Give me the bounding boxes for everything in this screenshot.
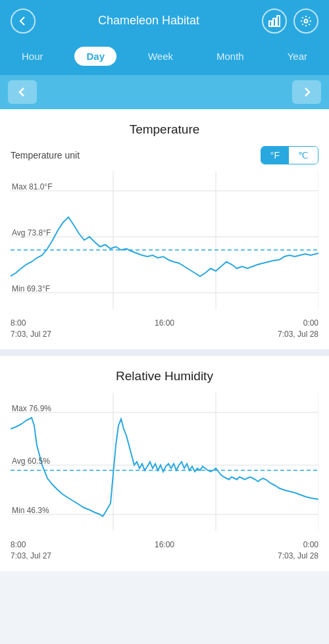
next-button[interactable] [292,80,321,104]
svg-rect-0 [269,21,272,26]
unit-label: Temperature unit [11,150,80,161]
temperature-title: Temperature [11,122,318,137]
temperature-chart: Max 81.0°F Avg 73.8°F Min 69.3°F [11,171,318,316]
unit-celsius[interactable]: ℃ [289,147,318,164]
tab-year[interactable]: Year [276,47,319,66]
temp-date-row: 7:03, Jul 27 7:03, Jul 28 [11,330,318,339]
svg-rect-1 [273,18,276,26]
back-button[interactable] [11,9,36,34]
temp-x-label-2: 16:00 [155,318,174,328]
temp-x-labels: 8:00 16:00 0:00 [11,318,318,328]
nav-arrows [0,75,329,109]
page-title: Chameleon Habitat [98,14,199,28]
prev-button[interactable] [8,80,37,104]
hum-date-start: 7:03, Jul 27 [11,551,51,560]
tab-hour[interactable]: Hour [10,47,55,66]
settings-button[interactable] [293,9,318,34]
header: Chameleon Habitat [0,0,329,41]
header-actions [262,9,318,34]
svg-text:Max 81.0°F: Max 81.0°F [12,182,53,191]
svg-text:Avg 73.8°F: Avg 73.8°F [12,228,51,237]
svg-rect-2 [277,16,280,26]
unit-toggle: °F ℃ [261,146,318,164]
humidity-svg: Max 76.9% Avg 60.5% Min 46.3% [11,393,318,537]
tab-week[interactable]: Week [136,47,185,66]
tab-bar: Hour Day Week Month Year [0,41,329,75]
tab-day[interactable]: Day [74,47,116,66]
svg-text:Max 76.9%: Max 76.9% [12,404,51,413]
temperature-section: Temperature Temperature unit °F ℃ Max 81… [0,109,329,349]
unit-row: Temperature unit °F ℃ [11,146,318,164]
temp-date-end: 7:03, Jul 28 [278,330,318,339]
humidity-chart: Max 76.9% Avg 60.5% Min 46.3% [11,393,318,537]
unit-fahrenheit[interactable]: °F [261,147,289,164]
svg-text:Avg 60.5%: Avg 60.5% [12,457,50,466]
humidity-section: Relative Humidity Max 76.9% Avg 60.5% Mi… [0,356,329,571]
hum-x-label-1: 8:00 [11,540,26,549]
section-divider [0,349,329,356]
hum-x-label-2: 16:00 [155,540,174,549]
hum-date-row: 7:03, Jul 27 7:03, Jul 28 [11,551,318,560]
hum-x-labels: 8:00 16:00 0:00 [11,540,318,549]
temp-x-label-1: 8:00 [11,318,26,328]
svg-text:Min 69.3°F: Min 69.3°F [12,284,50,293]
svg-text:Min 46.3%: Min 46.3% [12,506,49,515]
hum-x-label-3: 0:00 [303,540,318,549]
hum-date-end: 7:03, Jul 28 [278,551,318,560]
temp-x-label-3: 0:00 [303,318,318,328]
tab-month[interactable]: Month [205,47,256,66]
svg-point-3 [305,19,308,22]
chart-button[interactable] [262,9,287,34]
temperature-svg: Max 81.0°F Avg 73.8°F Min 69.3°F [11,171,318,316]
temp-date-start: 7:03, Jul 27 [11,330,51,339]
humidity-title: Relative Humidity [11,369,318,384]
